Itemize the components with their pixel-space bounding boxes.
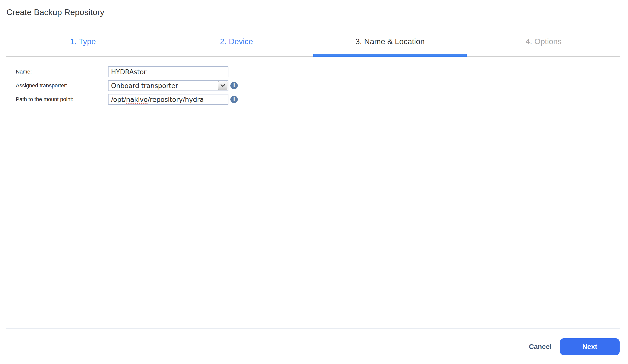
- footer-divider: [6, 328, 620, 328]
- footer-actions: Cancel Next: [529, 338, 620, 355]
- tab-type[interactable]: 1. Type: [6, 36, 160, 46]
- name-input[interactable]: [108, 66, 229, 77]
- path-row: Path to the mount point: /opt/nakivo/rep…: [16, 94, 238, 105]
- path-prefix: /opt/: [111, 96, 126, 103]
- path-input[interactable]: /opt/nakivo/repository/hydra: [108, 94, 229, 105]
- path-info-icon[interactable]: i: [230, 96, 238, 103]
- name-row: Name:: [16, 66, 229, 77]
- path-misspelled-word: nakivo: [126, 96, 148, 103]
- path-label: Path to the mount point:: [16, 96, 108, 103]
- active-tab-indicator: [313, 54, 467, 57]
- name-label: Name:: [16, 69, 108, 75]
- path-suffix: /repository/hydra: [148, 96, 204, 103]
- transporter-select-button[interactable]: [218, 81, 228, 90]
- tab-options: 4. Options: [467, 36, 621, 46]
- next-button[interactable]: Next: [560, 338, 620, 355]
- chevron-down-icon: [221, 84, 225, 87]
- tab-name-location[interactable]: 3. Name & Location: [313, 36, 467, 46]
- transporter-select-value: Onboard transporter: [111, 82, 178, 89]
- transporter-select[interactable]: Onboard transporter: [108, 80, 229, 91]
- transporter-label: Assigned transporter:: [16, 82, 108, 89]
- wizard-steps: 1. Type 2. Device 3. Name & Location 4. …: [6, 36, 620, 46]
- transporter-row: Assigned transporter: Onboard transporte…: [16, 80, 238, 91]
- tab-device[interactable]: 2. Device: [160, 36, 314, 46]
- page-title: Create Backup Repository: [6, 7, 104, 17]
- cancel-button[interactable]: Cancel: [529, 343, 551, 351]
- create-backup-repository-dialog: Create Backup Repository 1. Type 2. Devi…: [0, 0, 628, 364]
- transporter-info-icon[interactable]: i: [230, 82, 238, 89]
